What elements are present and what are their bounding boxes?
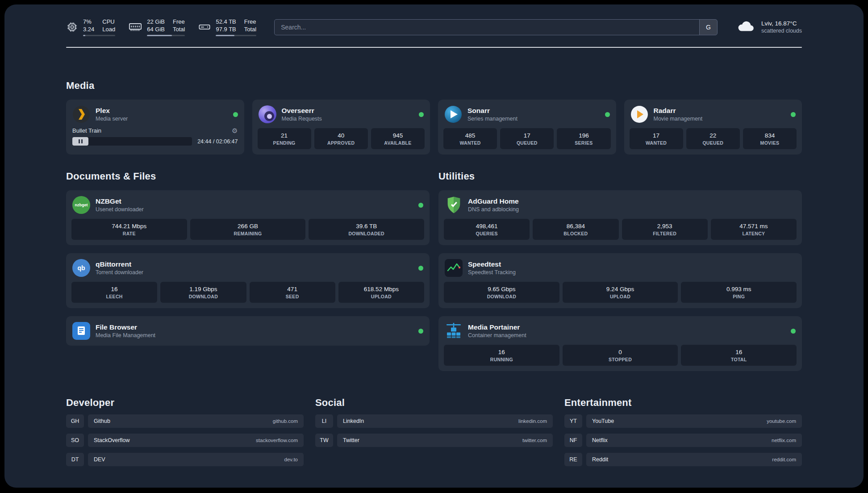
system-monitors: 7% 3.24 CPU Load	[66, 18, 256, 36]
speedtest-graph-icon	[445, 259, 463, 277]
stat-seed: 471SEED	[250, 282, 335, 303]
search-provider-button[interactable]: G	[699, 20, 717, 35]
stat-approved: 40APPROVED	[314, 128, 368, 149]
stat-stopped: 0STOPPED	[563, 345, 678, 366]
disk-total-value: 97.9 TB	[216, 25, 236, 33]
service-title: Plex	[96, 106, 128, 115]
cloud-icon	[736, 19, 756, 35]
bookmark-abbr: YT	[564, 414, 582, 428]
stat-queries: 498,461QUERIES	[444, 219, 530, 240]
service-subtitle: DNS and adblocking	[468, 206, 519, 213]
section-documents: Documents & Files nzbget NZBGet Usenet d…	[66, 171, 430, 346]
stat-download: 9.65 GbpsDOWNLOAD	[444, 282, 559, 303]
gear-icon[interactable]: ⚙	[232, 127, 238, 134]
service-subtitle: Speedtest Tracking	[468, 269, 516, 276]
bookmark-domain: youtube.com	[767, 418, 796, 424]
service-card-overseerr[interactable]: Overseerr Media Requests 21PENDING 40APP…	[252, 100, 430, 155]
weather-widget: Lviv, 16.87°C scattered clouds	[736, 19, 802, 35]
service-title: Sonarr	[467, 106, 517, 115]
stat-upload: 618.52 MbpsUPLOAD	[338, 282, 424, 303]
service-subtitle: Usenet downloader	[96, 206, 144, 213]
bookmark-linkedin[interactable]: LI LinkedIn linkedin.com	[315, 414, 553, 428]
bookmark-name: Netflix	[592, 437, 608, 443]
adguard-shield-icon	[445, 196, 463, 214]
topbar-divider	[66, 47, 802, 48]
bookmark-abbr: LI	[315, 414, 333, 428]
service-card-nzbget[interactable]: nzbget NZBGet Usenet downloader 744.21 M…	[66, 190, 430, 245]
status-badge	[791, 329, 796, 334]
stat-filtered: 2,953FILTERED	[622, 219, 708, 240]
service-card-qbittorrent[interactable]: qb qBittorrent Torrent downloader 16LEEC…	[66, 253, 430, 308]
service-card-filebrowser[interactable]: File Browser Media File Management	[66, 316, 430, 346]
bookmark-abbr: NF	[564, 434, 582, 447]
bookmark-group-developer: Developer GH Github github.com SO StackO…	[66, 397, 304, 466]
service-card-speedtest[interactable]: Speedtest Speedtest Tracking 9.65 GbpsDO…	[438, 253, 802, 308]
qbittorrent-icon: qb	[72, 259, 90, 277]
service-subtitle: Media Requests	[282, 115, 322, 122]
search-input[interactable]	[275, 20, 699, 35]
memory-total-label: Total	[173, 25, 185, 33]
bookmark-abbr: GH	[66, 414, 84, 428]
stat-downloaded: 39.6 TBDOWNLOADED	[309, 219, 424, 240]
service-title: Media Portainer	[468, 323, 526, 331]
service-title: AdGuard Home	[468, 197, 519, 205]
service-card-adguard[interactable]: AdGuard Home DNS and adblocking 498,461Q…	[438, 190, 802, 245]
bookmark-dev[interactable]: DT DEV dev.to	[66, 453, 304, 466]
bookmark-name: DEV	[94, 456, 105, 463]
service-subtitle: Series management	[467, 115, 517, 122]
disk-widget: 52.4 TB 97.9 TB Free Total	[198, 18, 256, 36]
service-subtitle: Media File Management	[96, 332, 155, 339]
status-badge	[233, 112, 238, 117]
disk-total-label: Total	[244, 25, 256, 33]
memory-icon	[129, 21, 142, 33]
service-subtitle: Media server	[96, 115, 128, 122]
bookmark-domain: reddit.com	[772, 457, 796, 462]
disk-usage-bar	[216, 35, 256, 36]
cpu-chip-icon	[66, 21, 78, 33]
stat-available: 945AVAILABLE	[371, 128, 425, 149]
stat-queued: 17QUEUED	[500, 128, 554, 149]
bookmark-name: YouTube	[592, 418, 614, 424]
bookmark-reddit[interactable]: RE Reddit reddit.com	[564, 453, 802, 466]
memory-free-label: Free	[173, 18, 185, 25]
bookmark-domain: linkedin.com	[518, 418, 547, 424]
bookmark-stackoverflow[interactable]: SO StackOverflow stackoverflow.com	[66, 434, 304, 447]
filebrowser-icon	[72, 322, 90, 340]
plex-icon	[72, 105, 90, 123]
service-card-sonarr[interactable]: Sonarr Series management 485WANTED 17QUE…	[438, 100, 616, 155]
service-card-portainer[interactable]: Media Portainer Container management 16R…	[438, 316, 802, 371]
section-title-media: Media	[66, 80, 802, 92]
stat-leech: 16LEECH	[71, 282, 157, 303]
service-card-plex[interactable]: Plex Media server Bullet Train ⚙ 24:44	[66, 100, 244, 155]
stat-running: 16RUNNING	[444, 345, 559, 366]
stat-wanted: 17WANTED	[630, 128, 683, 149]
status-badge	[418, 266, 423, 271]
cpu-load-label: Load	[102, 25, 115, 33]
stat-movies: 834MOVIES	[743, 128, 797, 149]
service-title: File Browser	[96, 323, 155, 331]
bookmark-github[interactable]: GH Github github.com	[66, 414, 304, 428]
bookmark-abbr: TW	[315, 434, 333, 447]
stat-ping: 0.993 msPING	[681, 282, 797, 303]
stat-upload: 9.24 GbpsUPLOAD	[563, 282, 678, 303]
sonarr-icon	[444, 105, 462, 123]
section-title-documents: Documents & Files	[66, 171, 430, 182]
service-title: NZBGet	[96, 197, 144, 205]
service-card-radarr[interactable]: Radarr Movie management 17WANTED 22QUEUE…	[624, 100, 802, 155]
stat-pending: 21PENDING	[258, 128, 311, 149]
pause-button[interactable]	[72, 137, 88, 146]
topbar: 7% 3.24 CPU Load	[66, 4, 802, 36]
search-bar: G	[274, 19, 718, 35]
status-badge	[791, 112, 796, 117]
bookmark-name: StackOverflow	[94, 437, 130, 443]
disk-icon	[198, 21, 211, 33]
stat-rate: 744.21 MbpsRATE	[71, 219, 187, 240]
bookmark-twitter[interactable]: TW Twitter twitter.com	[315, 434, 553, 447]
playback-progress-bar[interactable]	[72, 137, 192, 146]
bookmark-youtube[interactable]: YT YouTube youtube.com	[564, 414, 802, 428]
stat-queued: 22QUEUED	[686, 128, 740, 149]
bookmark-netflix[interactable]: NF Netflix netflix.com	[564, 434, 802, 447]
bookmark-domain: github.com	[273, 418, 298, 424]
section-title-utilities: Utilities	[438, 171, 802, 182]
disk-free-label: Free	[244, 18, 256, 25]
